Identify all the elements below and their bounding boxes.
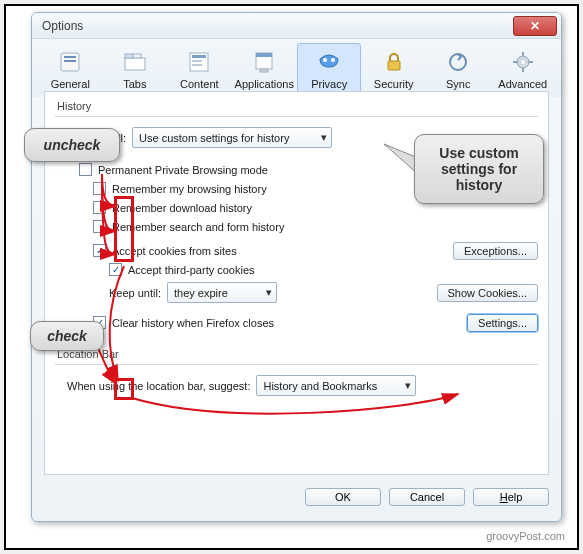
remember-browsing-label: Remember my browsing history bbox=[112, 183, 267, 195]
settings-button[interactable]: Settings... bbox=[467, 314, 538, 332]
remember-download-checkbox[interactable] bbox=[93, 201, 106, 214]
cancel-button[interactable]: Cancel bbox=[389, 488, 465, 506]
content-icon bbox=[185, 48, 213, 76]
history-mode-dropdown[interactable]: Use custom settings for history ▾ bbox=[132, 127, 332, 148]
svg-point-13 bbox=[323, 58, 327, 62]
dialog-footer: OK Cancel Help bbox=[44, 481, 549, 513]
tab-security[interactable]: Security bbox=[361, 43, 426, 97]
clear-on-close-row: Clear history when Firefox closes Settin… bbox=[45, 306, 548, 332]
titlebar: Options ✕ bbox=[32, 13, 561, 39]
clear-on-close-label: Clear history when Firefox closes bbox=[112, 317, 274, 329]
tab-label: Tabs bbox=[106, 78, 165, 90]
svg-rect-3 bbox=[125, 58, 145, 70]
tab-label: Applications bbox=[235, 78, 294, 90]
svg-rect-5 bbox=[133, 54, 141, 58]
svg-rect-2 bbox=[64, 60, 76, 62]
annotation-uncheck-box bbox=[114, 196, 134, 262]
security-lock-icon bbox=[380, 48, 408, 76]
annotation-check-box bbox=[114, 378, 134, 400]
options-window: Options ✕ General Tabs bbox=[31, 12, 562, 522]
annotation-uncheck-bubble: uncheck bbox=[24, 128, 120, 162]
annotation-check-bubble: check bbox=[30, 321, 104, 351]
close-button[interactable]: ✕ bbox=[513, 16, 557, 36]
svg-point-18 bbox=[521, 60, 525, 64]
show-cookies-button[interactable]: Show Cookies... bbox=[437, 284, 538, 302]
ok-button[interactable]: OK bbox=[305, 488, 381, 506]
exceptions-button[interactable]: Exceptions... bbox=[453, 242, 538, 260]
svg-point-14 bbox=[331, 58, 335, 62]
accept-third-row: Accept third-party cookies bbox=[45, 260, 548, 279]
tab-content[interactable]: Content bbox=[167, 43, 232, 97]
applications-icon bbox=[250, 48, 278, 76]
sync-icon bbox=[444, 48, 472, 76]
accept-third-label: Accept third-party cookies bbox=[128, 264, 255, 276]
tab-applications[interactable]: Applications bbox=[232, 43, 297, 97]
tab-privacy[interactable]: Privacy bbox=[297, 43, 362, 97]
tab-label: Content bbox=[170, 78, 229, 90]
tab-label: General bbox=[41, 78, 100, 90]
svg-rect-15 bbox=[388, 61, 400, 70]
svg-rect-8 bbox=[192, 60, 202, 62]
dropdown-value: they expire bbox=[174, 287, 228, 299]
keep-until-row: Keep until: they expire ▾ Show Cookies..… bbox=[45, 279, 548, 306]
close-icon: ✕ bbox=[530, 19, 540, 33]
history-section-label: History bbox=[45, 92, 548, 116]
tab-label: Sync bbox=[429, 78, 488, 90]
permanent-pb-checkbox[interactable] bbox=[79, 163, 92, 176]
accept-third-checkbox[interactable] bbox=[109, 263, 122, 276]
permanent-pb-label: Permanent Private Browsing mode bbox=[98, 164, 268, 176]
chevron-down-icon: ▾ bbox=[266, 286, 272, 299]
tab-advanced[interactable]: Advanced bbox=[491, 43, 556, 97]
chevron-down-icon: ▾ bbox=[321, 131, 327, 144]
screenshot-frame: Options ✕ General Tabs bbox=[4, 4, 579, 550]
locationbar-section-label: Location Bar bbox=[45, 332, 548, 364]
svg-rect-11 bbox=[256, 53, 272, 57]
keep-until-label: Keep until: bbox=[109, 287, 161, 299]
remember-browsing-checkbox[interactable] bbox=[93, 182, 106, 195]
accept-cookies-checkbox[interactable] bbox=[93, 244, 106, 257]
chevron-down-icon: ▾ bbox=[405, 379, 411, 392]
svg-rect-7 bbox=[192, 55, 206, 58]
tab-general[interactable]: General bbox=[38, 43, 103, 97]
tab-label: Advanced bbox=[494, 78, 553, 90]
help-button[interactable]: Help bbox=[473, 488, 549, 506]
remember-forms-label: Remember search and form history bbox=[112, 221, 284, 233]
privacy-mask-icon bbox=[315, 48, 343, 76]
tab-tabs[interactable]: Tabs bbox=[103, 43, 168, 97]
tab-label: Privacy bbox=[300, 78, 359, 90]
annotation-callout-bubble: Use custom settings for history bbox=[414, 134, 544, 204]
tab-label: Security bbox=[364, 78, 423, 90]
tab-sync[interactable]: Sync bbox=[426, 43, 491, 97]
suggest-dropdown[interactable]: History and Bookmarks ▾ bbox=[256, 375, 416, 396]
svg-rect-1 bbox=[64, 56, 76, 58]
svg-rect-12 bbox=[260, 69, 268, 72]
dropdown-value: Use custom settings for history bbox=[139, 132, 289, 144]
general-icon bbox=[56, 48, 84, 76]
svg-rect-9 bbox=[192, 64, 202, 66]
watermark: groovyPost.com bbox=[486, 530, 565, 542]
window-title: Options bbox=[32, 19, 513, 33]
advanced-gear-icon bbox=[509, 48, 537, 76]
keep-until-dropdown[interactable]: they expire ▾ bbox=[167, 282, 277, 303]
svg-point-16 bbox=[450, 54, 466, 70]
suggest-label: When using the location bar, suggest: bbox=[67, 380, 250, 392]
remember-forms-checkbox[interactable] bbox=[93, 220, 106, 233]
tabs-icon bbox=[121, 48, 149, 76]
dropdown-value: History and Bookmarks bbox=[263, 380, 377, 392]
tab-strip: General Tabs Content Applications bbox=[32, 39, 561, 97]
svg-rect-4 bbox=[125, 54, 133, 58]
